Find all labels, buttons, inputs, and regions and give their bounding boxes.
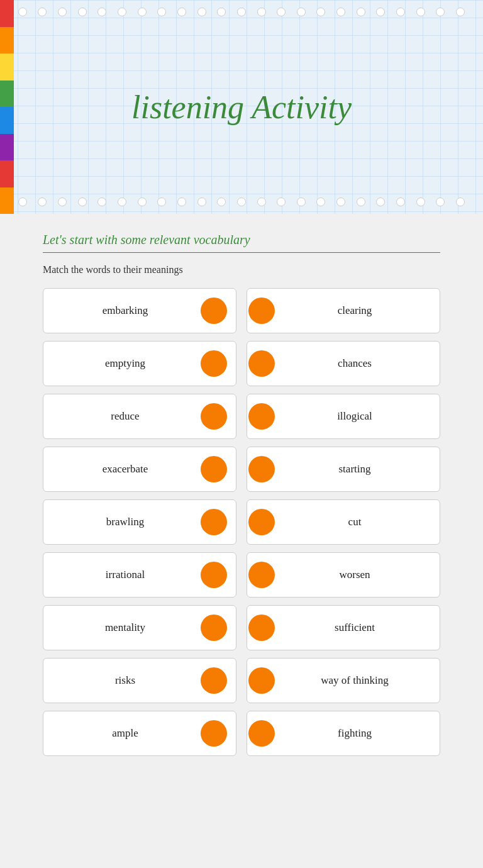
left-word-9[interactable]: ample [43, 711, 236, 756]
left-circle-8[interactable] [201, 667, 227, 694]
divider [43, 252, 440, 253]
dots-top [0, 8, 483, 16]
left-word-2[interactable]: emptying [43, 341, 236, 386]
left-circle-2[interactable] [201, 350, 227, 377]
left-word-text-1: embarking [56, 304, 194, 317]
page-title: listening Activity [131, 89, 352, 126]
color-strip [0, 0, 14, 214]
left-circle-7[interactable] [201, 615, 227, 641]
right-word-1[interactable]: clearing [247, 288, 440, 333]
header: listening Activity [0, 0, 483, 214]
dots-bottom [0, 198, 483, 206]
right-word-text-1: clearing [282, 304, 427, 317]
right-word-text-9: fighting [282, 727, 427, 740]
left-word-5[interactable]: brawling [43, 499, 236, 545]
right-circle-9[interactable] [248, 720, 275, 747]
right-word-6[interactable]: worsen [247, 552, 440, 598]
right-word-text-5: cut [282, 516, 427, 528]
right-circle-6[interactable] [248, 562, 275, 588]
right-circle-3[interactable] [248, 403, 275, 430]
right-word-text-8: way of thinking [282, 674, 427, 687]
right-word-text-3: illogical [282, 410, 427, 423]
left-circle-5[interactable] [201, 509, 227, 535]
right-word-text-7: sufficient [282, 621, 427, 634]
right-word-text-4: starting [282, 463, 427, 476]
left-word-text-7: mentality [56, 621, 194, 634]
left-circle-4[interactable] [201, 456, 227, 482]
left-word-4[interactable]: exacerbate [43, 447, 236, 492]
left-word-text-5: brawling [56, 516, 194, 528]
right-word-9[interactable]: fighting [247, 711, 440, 756]
left-word-text-8: risks [56, 674, 194, 687]
right-word-7[interactable]: sufficient [247, 605, 440, 650]
left-word-text-6: irrational [56, 569, 194, 581]
main-content: Let's start with some relevant vocabular… [0, 214, 483, 868]
left-word-6[interactable]: irrational [43, 552, 236, 598]
right-circle-7[interactable] [248, 615, 275, 641]
section-subtitle: Let's start with some relevant vocabular… [43, 233, 440, 247]
right-circle-2[interactable] [248, 350, 275, 377]
right-circle-4[interactable] [248, 456, 275, 482]
left-circle-1[interactable] [201, 298, 227, 324]
left-word-8[interactable]: risks [43, 658, 236, 703]
right-circle-5[interactable] [248, 509, 275, 535]
left-word-text-3: reduce [56, 410, 194, 423]
left-circle-3[interactable] [201, 403, 227, 430]
right-word-text-2: chances [282, 357, 427, 370]
right-word-5[interactable]: cut [247, 499, 440, 545]
left-circle-9[interactable] [201, 720, 227, 747]
match-grid: embarking clearing emptying chances redu… [43, 288, 440, 756]
right-word-8[interactable]: way of thinking [247, 658, 440, 703]
left-word-3[interactable]: reduce [43, 394, 236, 439]
right-word-3[interactable]: illogical [247, 394, 440, 439]
right-word-text-6: worsen [282, 569, 427, 581]
left-word-7[interactable]: mentality [43, 605, 236, 650]
left-word-text-2: emptying [56, 357, 194, 370]
right-word-2[interactable]: chances [247, 341, 440, 386]
right-circle-1[interactable] [248, 298, 275, 324]
left-word-text-9: ample [56, 727, 194, 740]
left-circle-6[interactable] [201, 562, 227, 588]
instructions: Match the words to their meanings [43, 264, 440, 275]
left-word-1[interactable]: embarking [43, 288, 236, 333]
left-word-text-4: exacerbate [56, 463, 194, 476]
right-circle-8[interactable] [248, 667, 275, 694]
right-word-4[interactable]: starting [247, 447, 440, 492]
